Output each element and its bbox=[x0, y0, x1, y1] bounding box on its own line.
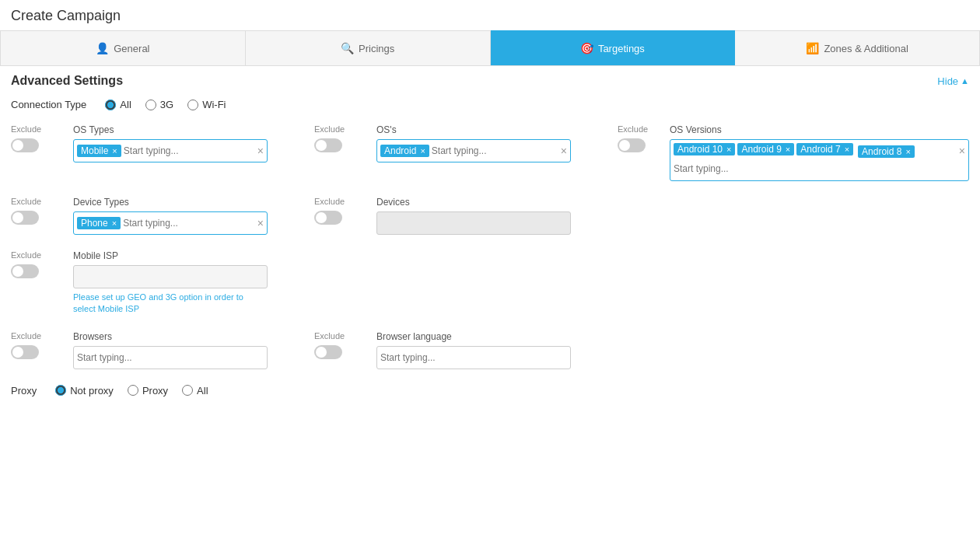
connection-3g-option[interactable]: 3G bbox=[145, 99, 173, 110]
os-versions-tag-10-close[interactable]: × bbox=[726, 145, 731, 154]
mobile-isp-exclude-label: Exclude bbox=[11, 250, 41, 260]
os-versions-input[interactable]: Android 10 × Android 9 × Android 7 × × A… bbox=[670, 139, 969, 181]
connection-all-label: All bbox=[120, 99, 131, 110]
tab-targetings[interactable]: 🎯 Targetings bbox=[491, 30, 736, 65]
os-types-tag-mobile: Mobile × bbox=[77, 145, 121, 157]
device-types-clear[interactable]: × bbox=[257, 218, 264, 229]
tab-general[interactable]: 👤 General bbox=[0, 30, 246, 65]
device-types-toggle-track[interactable] bbox=[11, 211, 39, 225]
devices-toggle[interactable] bbox=[314, 211, 342, 225]
browsers-toggle[interactable] bbox=[11, 345, 39, 359]
os-types-toggle[interactable] bbox=[11, 138, 39, 152]
os-types-text-input[interactable] bbox=[124, 145, 264, 156]
os-versions-exclude-label: Exclude bbox=[618, 124, 648, 134]
connection-type-label: Connection Type bbox=[11, 99, 86, 110]
oss-text-input[interactable] bbox=[432, 145, 567, 156]
browsers-input[interactable] bbox=[73, 346, 268, 369]
os-versions-clear[interactable]: × bbox=[959, 145, 965, 157]
proxy-not-proxy-label: Not proxy bbox=[70, 385, 114, 397]
row-browsers: Exclude Browsers Exclude Browse bbox=[11, 331, 969, 369]
mobile-isp-toggle-track[interactable] bbox=[11, 264, 39, 278]
proxy-not-proxy-radio[interactable] bbox=[55, 385, 66, 396]
devices-exclude-label: Exclude bbox=[314, 197, 345, 206]
hide-label: Hide bbox=[937, 75, 958, 87]
device-types-group: Exclude Device Types Phone × × bbox=[11, 197, 306, 235]
mobile-isp-input bbox=[73, 265, 268, 288]
tab-pricings[interactable]: 🔍 Pricings bbox=[246, 30, 491, 65]
connection-3g-radio[interactable] bbox=[145, 100, 156, 110]
page-title: Create Campaign bbox=[0, 0, 980, 30]
oss-toggle[interactable] bbox=[314, 138, 342, 152]
proxy-label: Proxy bbox=[11, 385, 37, 397]
oss-input[interactable]: Android × × bbox=[376, 139, 571, 162]
pricings-icon: 🔍 bbox=[341, 42, 354, 54]
oss-toggle-track[interactable] bbox=[314, 138, 342, 152]
proxy-all-label: All bbox=[197, 385, 208, 397]
browser-language-exclude-col: Exclude bbox=[314, 331, 369, 359]
tab-targetings-label: Targetings bbox=[598, 43, 645, 54]
content-header: Advanced Settings Hide ▲ bbox=[11, 74, 969, 88]
browser-language-exclude-label: Exclude bbox=[314, 331, 345, 341]
row-os: Exclude OS Types Mobile × × bbox=[11, 124, 969, 181]
device-types-label: Device Types bbox=[73, 197, 268, 208]
os-versions-label: OS Versions bbox=[670, 124, 969, 135]
proxy-all-option[interactable]: All bbox=[182, 385, 208, 397]
os-types-tag-mobile-close[interactable]: × bbox=[112, 146, 117, 155]
os-versions-exclude-col: Exclude bbox=[618, 124, 662, 152]
oss-label: OS's bbox=[376, 124, 571, 135]
device-types-tag-phone-close[interactable]: × bbox=[112, 218, 117, 228]
oss-tag-android-close[interactable]: × bbox=[420, 146, 425, 155]
zones-icon: 📶 bbox=[806, 42, 819, 54]
connection-all-radio[interactable] bbox=[105, 100, 116, 110]
devices-toggle-track[interactable] bbox=[314, 211, 342, 225]
os-versions-tag-7-close[interactable]: × bbox=[845, 145, 849, 154]
hide-link[interactable]: Hide ▲ bbox=[937, 75, 969, 87]
oss-clear[interactable]: × bbox=[561, 145, 567, 156]
os-types-input[interactable]: Mobile × × bbox=[73, 139, 268, 162]
mobile-isp-toggle[interactable] bbox=[11, 264, 39, 278]
mobile-isp-group: Exclude Mobile ISP Please set up GEO and… bbox=[11, 250, 969, 316]
browser-language-toggle-track[interactable] bbox=[314, 345, 342, 359]
connection-wifi-radio[interactable] bbox=[187, 100, 198, 110]
browsers-text-input[interactable] bbox=[77, 352, 264, 363]
os-versions-tag-10: Android 10 × bbox=[674, 143, 735, 155]
os-types-toggle-track[interactable] bbox=[11, 138, 39, 152]
browser-language-text-input[interactable] bbox=[380, 352, 567, 363]
oss-tag-android: Android × bbox=[380, 145, 429, 157]
proxy-not-proxy-option[interactable]: Not proxy bbox=[55, 385, 114, 397]
tab-zones-label: Zones & Additional bbox=[824, 43, 908, 54]
os-versions-toggle-track[interactable] bbox=[618, 138, 646, 152]
mobile-isp-exclude-col: Exclude bbox=[11, 250, 65, 278]
device-types-text-input[interactable] bbox=[123, 218, 264, 229]
proxy-proxy-option[interactable]: Proxy bbox=[128, 385, 168, 397]
browser-language-field: Browser language bbox=[376, 331, 571, 369]
mobile-isp-label: Mobile ISP bbox=[73, 250, 268, 261]
tab-zones[interactable]: 📶 Zones & Additional bbox=[735, 30, 980, 65]
os-types-field: OS Types Mobile × × bbox=[73, 124, 268, 162]
os-versions-tag-8-close[interactable]: × bbox=[905, 147, 910, 156]
os-versions-text-input[interactable] bbox=[674, 163, 790, 174]
os-versions-toggle[interactable] bbox=[618, 138, 646, 152]
proxy-all-radio[interactable] bbox=[182, 385, 193, 396]
os-types-group: Exclude OS Types Mobile × × bbox=[11, 124, 306, 181]
connection-wifi-option[interactable]: Wi-Fi bbox=[187, 99, 226, 110]
devices-input[interactable] bbox=[376, 211, 571, 235]
browsers-exclude-col: Exclude bbox=[11, 331, 65, 359]
os-types-clear[interactable]: × bbox=[257, 145, 264, 156]
connection-wifi-label: Wi-Fi bbox=[202, 99, 226, 110]
os-types-exclude-label: Exclude bbox=[11, 124, 41, 134]
browsers-toggle-track[interactable] bbox=[11, 345, 39, 359]
browser-language-toggle[interactable] bbox=[314, 345, 342, 359]
browser-language-input[interactable] bbox=[376, 346, 571, 369]
connection-all-option[interactable]: All bbox=[105, 99, 131, 110]
device-types-field: Device Types Phone × × bbox=[73, 197, 268, 235]
os-versions-field: OS Versions Android 10 × Android 9 × And… bbox=[670, 124, 969, 181]
os-versions-tag-9-close[interactable]: × bbox=[786, 145, 790, 154]
device-types-toggle[interactable] bbox=[11, 211, 39, 225]
proxy-proxy-radio[interactable] bbox=[128, 385, 138, 396]
os-versions-group: Exclude OS Versions Android 10 × Android… bbox=[618, 124, 969, 181]
browsers-label: Browsers bbox=[73, 331, 268, 342]
device-types-input[interactable]: Phone × × bbox=[73, 211, 268, 235]
mobile-isp-hint: Please set up GEO and 3G option in order… bbox=[73, 292, 268, 316]
row-mobile-isp: Exclude Mobile ISP Please set up GEO and… bbox=[11, 250, 969, 316]
